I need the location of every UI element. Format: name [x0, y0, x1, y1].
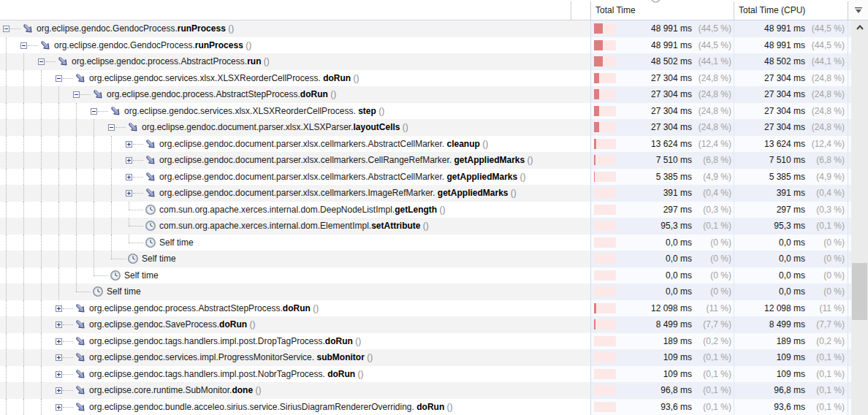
tree-row[interactable]: org.eclipse.core.runtime.SubMonitor.done… [0, 382, 868, 399]
scroll-up-button[interactable] [851, 20, 868, 34]
total-time-cpu-cell: 109 ms(0,1 %) [734, 366, 851, 383]
scrollbar-thumb[interactable] [852, 263, 867, 320]
total-time-percent: (7,7 %) [692, 319, 731, 330]
total-time-cpu-cell: 95,3 ms(0,1 %) [734, 218, 851, 235]
method-label: org.eclipse.gendoc.services.xlsx.XLSXReo… [124, 106, 384, 116]
tree-row[interactable]: org.eclipse.gendoc.services.xlsx.XLSXReo… [0, 103, 868, 120]
method-call-icon [75, 319, 86, 330]
column-filter-button[interactable] [848, 0, 868, 20]
time-bar-track [594, 221, 616, 231]
collapse-button[interactable] [20, 42, 27, 49]
collapse-button[interactable] [73, 91, 80, 98]
total-time-cpu-cell: 0,0 ms(0 %) [734, 251, 851, 267]
method-label: org.eclipse.gendoc.document.parser.xlsx.… [159, 172, 526, 182]
tree-row[interactable]: com.sun.org.apache.xerces.internal.dom.E… [0, 218, 868, 235]
collapse-button[interactable] [3, 26, 9, 32]
tree-guide-line [41, 300, 42, 317]
expand-button[interactable] [56, 404, 62, 411]
collapse-button[interactable] [108, 124, 115, 131]
method-cell: Self time [0, 235, 590, 251]
tree-row[interactable]: com.sun.org.apache.xerces.internal.dom.D… [0, 202, 868, 218]
tree-row[interactable]: org.eclipse.gendoc.tags.handlers.impl.po… [0, 366, 868, 383]
tree-row[interactable]: org.eclipse.gendoc.services.impl.Progres… [0, 349, 868, 366]
tree-row[interactable]: org.eclipse.gendoc.GendocProcess.runProc… [0, 37, 868, 54]
expand-button[interactable] [126, 157, 132, 164]
method-cell: org.eclipse.gendoc.document.parser.xlsx.… [0, 169, 590, 186]
tree-row[interactable]: org.eclipse.gendoc.document.parser.xlsx.… [0, 152, 868, 169]
column-header-total-time-cpu[interactable]: Total Time (CPU) [739, 5, 805, 15]
tree-row[interactable]: org.eclipse.gendoc.SaveProcess.doRun () … [0, 316, 868, 333]
tree-row[interactable]: org.eclipse.gendoc.GendocProcess.runProc… [0, 20, 868, 37]
total-time-cell: 95,3 ms(0,1 %) [590, 218, 734, 235]
tree-row[interactable]: org.eclipse.gendoc.process.AbstractStepP… [0, 300, 868, 317]
tree-connector [129, 218, 129, 226]
tree-guide-line [6, 70, 7, 87]
method-call-icon [145, 171, 156, 183]
tree-connector [111, 251, 112, 259]
total-time-value: 0,0 ms [619, 286, 692, 297]
expand-button[interactable] [126, 174, 132, 180]
total-time-cell: 12 098 ms(11 %) [590, 300, 734, 317]
tree-guide-line [41, 235, 42, 251]
cpu-time-value: 48 502 ms [749, 56, 805, 66]
column-header-total-time[interactable]: Total Time [595, 5, 636, 15]
tree-connector [63, 341, 73, 342]
expand-button[interactable] [56, 305, 62, 312]
tree-connector [133, 193, 143, 194]
tree-row[interactable]: Self time 0,0 ms(0 %) 0,0 ms(0 %) [0, 267, 868, 284]
tree-row[interactable]: Self time 0,0 ms(0 %) 0,0 ms(0 %) [0, 235, 868, 251]
tree-row[interactable]: org.eclipse.gendoc.document.parser.xlsx.… [0, 169, 868, 186]
tree-row[interactable]: org.eclipse.gendoc.services.xlsx.XLSXReo… [0, 70, 868, 87]
method-label: com.sun.org.apache.xerces.internal.dom.E… [159, 221, 429, 231]
tree-guide-line [6, 37, 7, 54]
tree-row[interactable]: Self time 0,0 ms(0 %) 0,0 ms(0 %) [0, 251, 868, 267]
expand-button[interactable] [126, 190, 132, 197]
tree-guide-line [23, 119, 24, 136]
total-time-value: 95,3 ms [619, 221, 692, 231]
cpu-time-value: 391 ms [749, 188, 805, 198]
tree-guide-line [41, 218, 42, 235]
tree-row[interactable]: org.eclipse.gendoc.process.AbstractProce… [0, 53, 868, 70]
total-time-cell: 109 ms(0,1 %) [590, 349, 734, 366]
method-label: org.eclipse.gendoc.tags.handlers.impl.po… [89, 369, 364, 379]
tree-guide-line [6, 251, 7, 267]
tree-guide-line [41, 382, 42, 399]
tree-connector [129, 235, 129, 243]
total-time-value: 109 ms [619, 369, 692, 379]
method-label: org.eclipse.gendoc.document.parser.xlsx.… [159, 155, 533, 165]
vertical-scrollbar[interactable] [851, 20, 868, 415]
tree-row[interactable]: org.eclipse.gendoc.document.parser.xlsx.… [0, 136, 868, 153]
method-cell: org.eclipse.gendoc.document.parser.xlsx.… [0, 185, 590, 202]
total-time-percent: (0,2 %) [692, 336, 731, 346]
tree-guide-line [23, 333, 24, 350]
expand-button[interactable] [56, 321, 62, 328]
method-label: com.sun.org.apache.xerces.internal.dom.D… [159, 205, 446, 215]
collapse-button[interactable] [38, 58, 45, 65]
tree-row[interactable]: org.eclipse.gendoc.bundle.acceleo.sirius… [0, 399, 868, 415]
tree-guide-line [111, 185, 112, 202]
cpu-time-percent: (44,5 %) [805, 40, 845, 50]
time-bar-track [594, 352, 616, 362]
expand-button[interactable] [56, 354, 62, 361]
tree-guide-line [6, 136, 7, 153]
collapse-button[interactable] [91, 108, 97, 115]
tree-row[interactable]: org.eclipse.gendoc.process.AbstractStepP… [0, 86, 868, 103]
tree-connector [129, 226, 143, 226]
total-time-percent: (44,5 %) [692, 23, 731, 34]
header-separator [590, 1, 591, 20]
tree-row[interactable]: org.eclipse.gendoc.tags.handlers.impl.po… [0, 333, 868, 350]
tree-row[interactable]: org.eclipse.gendoc.document.parser.xlsx.… [0, 185, 868, 202]
tree-connector [76, 283, 77, 292]
total-time-percent: (0,1 %) [692, 352, 731, 362]
tree-row[interactable]: Self time 0,0 ms(0 %) 0,0 ms(0 %) [0, 283, 868, 300]
expand-button[interactable] [56, 371, 62, 378]
tree-guide-line [6, 202, 7, 218]
time-bar-value [594, 155, 595, 165]
expand-button[interactable] [56, 387, 62, 394]
header-separator [571, 1, 571, 20]
expand-button[interactable] [126, 141, 132, 148]
tree-row[interactable]: org.eclipse.gendoc.document.parser.xlsx.… [0, 119, 868, 136]
time-bar-track [594, 319, 616, 330]
collapse-button[interactable] [56, 75, 62, 82]
expand-button[interactable] [56, 338, 62, 345]
